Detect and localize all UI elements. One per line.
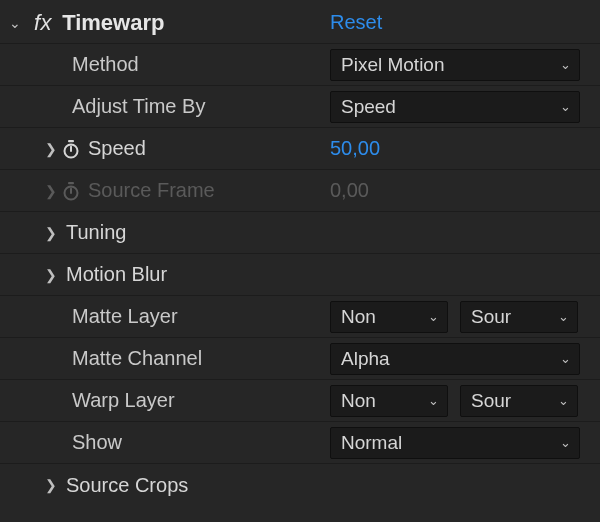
row-source-frame: ❯ Source Frame 0,00 — [0, 170, 600, 212]
matte-channel-dropdown[interactable]: Alpha ⌄ — [330, 343, 580, 375]
chevron-right-icon: ❯ — [42, 183, 60, 199]
matte-layer-value-2: Sour — [471, 306, 511, 328]
method-label: Method — [0, 53, 139, 76]
matte-layer-value-1: Non — [341, 306, 376, 328]
chevron-down-icon: ⌄ — [560, 57, 571, 72]
matte-layer-dropdown-1[interactable]: Non ⌄ — [330, 301, 448, 333]
chevron-down-icon: ⌄ — [428, 309, 439, 324]
row-tuning: ❯ Tuning — [0, 212, 600, 254]
chevron-right-icon[interactable]: ❯ — [42, 477, 60, 493]
row-matte-channel: Matte Channel Alpha ⌄ — [0, 338, 600, 380]
row-warp-layer: Warp Layer Non ⌄ Sour ⌄ — [0, 380, 600, 422]
matte-layer-dropdown-2[interactable]: Sour ⌄ — [460, 301, 578, 333]
motion-blur-label: Motion Blur — [66, 263, 167, 286]
row-show: Show Normal ⌄ — [0, 422, 600, 464]
show-dropdown[interactable]: Normal ⌄ — [330, 427, 580, 459]
warp-layer-dropdown-2[interactable]: Sour ⌄ — [460, 385, 578, 417]
matte-channel-value: Alpha — [341, 348, 390, 370]
svg-rect-3 — [68, 182, 74, 184]
chevron-right-icon[interactable]: ❯ — [42, 267, 60, 283]
chevron-right-icon[interactable]: ❯ — [42, 141, 60, 157]
chevron-down-icon: ⌄ — [558, 309, 569, 324]
svg-rect-0 — [68, 140, 74, 142]
method-dropdown[interactable]: Pixel Motion ⌄ — [330, 49, 580, 81]
matte-layer-label: Matte Layer — [0, 305, 178, 328]
row-method: Method Pixel Motion ⌄ — [0, 44, 600, 86]
chevron-down-icon: ⌄ — [560, 99, 571, 114]
chevron-right-icon[interactable]: ❯ — [42, 225, 60, 241]
speed-label: Speed — [88, 137, 146, 160]
method-value: Pixel Motion — [341, 54, 445, 76]
effect-name: Timewarp — [62, 10, 164, 36]
adjust-dropdown[interactable]: Speed ⌄ — [330, 91, 580, 123]
row-motion-blur: ❯ Motion Blur — [0, 254, 600, 296]
reset-link[interactable]: Reset — [330, 11, 382, 34]
chevron-down-icon: ⌄ — [560, 435, 571, 450]
chevron-down-icon: ⌄ — [428, 393, 439, 408]
row-adjust-time-by: Adjust Time By Speed ⌄ — [0, 86, 600, 128]
tuning-label: Tuning — [66, 221, 126, 244]
source-frame-value: 0,00 — [330, 179, 369, 202]
stopwatch-icon[interactable] — [60, 138, 82, 160]
warp-layer-label: Warp Layer — [0, 389, 175, 412]
row-matte-layer: Matte Layer Non ⌄ Sour ⌄ — [0, 296, 600, 338]
warp-layer-dropdown-1[interactable]: Non ⌄ — [330, 385, 448, 417]
row-source-crops: ❯ Source Crops — [0, 464, 600, 506]
adjust-value: Speed — [341, 96, 396, 118]
fx-badge[interactable]: fx — [34, 10, 62, 36]
warp-layer-value-2: Sour — [471, 390, 511, 412]
adjust-label: Adjust Time By — [0, 95, 205, 118]
chevron-down-icon: ⌄ — [558, 393, 569, 408]
chevron-down-icon: ⌄ — [560, 351, 571, 366]
chevron-down-icon[interactable]: ⌄ — [6, 15, 24, 31]
row-speed: ❯ Speed 50,00 — [0, 128, 600, 170]
show-value: Normal — [341, 432, 402, 454]
speed-value[interactable]: 50,00 — [330, 137, 380, 160]
stopwatch-icon — [60, 180, 82, 202]
effect-controls-panel: ⌄ fx Timewarp Reset Method Pixel Motion … — [0, 0, 600, 522]
warp-layer-value-1: Non — [341, 390, 376, 412]
effect-header-row: ⌄ fx Timewarp Reset — [0, 2, 600, 44]
show-label: Show — [0, 431, 122, 454]
matte-channel-label: Matte Channel — [0, 347, 202, 370]
source-frame-label: Source Frame — [88, 179, 215, 202]
source-crops-label: Source Crops — [66, 474, 188, 497]
